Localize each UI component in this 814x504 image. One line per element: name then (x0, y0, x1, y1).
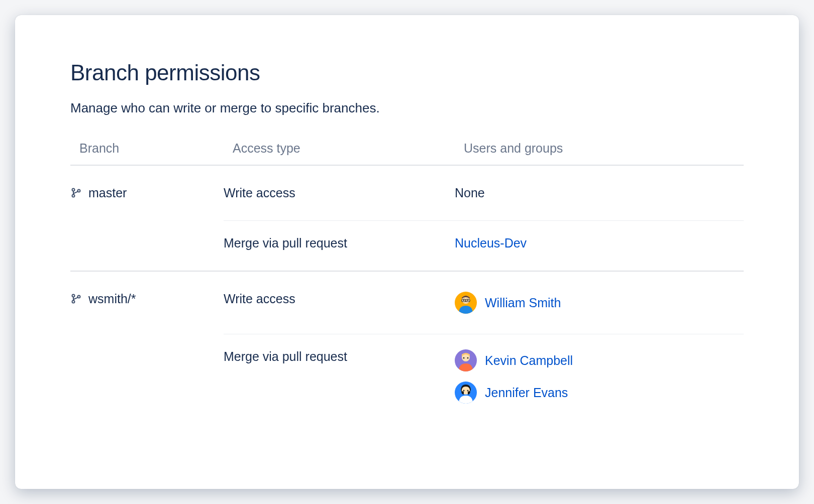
branch-row: master Write access None Merge via pull … (70, 166, 744, 272)
permissions-card: Branch permissions Manage who can write … (15, 15, 799, 489)
user-link[interactable]: Jennifer Evans (485, 386, 568, 400)
svg-point-8 (467, 300, 469, 301)
avatar-icon (455, 349, 477, 371)
svg-point-0 (72, 189, 75, 191)
user-entry: Jennifer Evans (455, 382, 744, 404)
branch-row: wsmith/* Write access (70, 272, 744, 424)
user-entry: Kevin Campbell (455, 349, 744, 371)
users-none: None (455, 186, 744, 200)
access-rows: Write access (224, 289, 744, 424)
access-type: Write access (224, 186, 455, 200)
branch-cell: master (70, 183, 224, 271)
branch-cell: wsmith/* (70, 289, 224, 424)
access-row: Merge via pull request Nucleus-Dev (224, 221, 744, 271)
svg-point-13 (467, 357, 469, 359)
user-link[interactable]: William Smith (485, 296, 561, 310)
svg-point-12 (463, 357, 465, 359)
page-title: Branch permissions (70, 60, 744, 85)
column-header-access-type: Access type (233, 141, 464, 156)
svg-point-15 (463, 390, 465, 392)
table-header: Branch Access type Users and groups (70, 141, 744, 166)
page-description: Manage who can write or merge to specifi… (70, 100, 744, 116)
branch-name: master (88, 186, 127, 200)
column-header-users-groups: Users and groups (464, 141, 744, 156)
user-link[interactable]: Kevin Campbell (485, 353, 573, 368)
avatar-icon (455, 382, 477, 404)
branch-icon (70, 293, 82, 307)
svg-point-4 (72, 301, 75, 303)
avatar-icon (455, 292, 477, 314)
users-cell: Nucleus-Dev (455, 236, 744, 250)
access-type: Merge via pull request (224, 349, 455, 404)
group-link[interactable]: Nucleus-Dev (455, 236, 744, 250)
column-header-branch: Branch (79, 141, 233, 156)
svg-point-3 (72, 295, 75, 297)
branch-name: wsmith/* (88, 292, 136, 306)
users-cell: Kevin Campbell (455, 349, 744, 404)
svg-point-1 (72, 195, 75, 197)
access-type: Write access (224, 292, 455, 314)
svg-point-7 (463, 300, 465, 301)
users-cell: None (455, 186, 744, 200)
users-cell: William Smith (455, 292, 744, 314)
user-entry: William Smith (455, 292, 744, 314)
access-row: Merge via pull request (224, 334, 744, 424)
branch-icon (70, 187, 82, 201)
access-row: Write access None (224, 183, 744, 221)
access-rows: Write access None Merge via pull request… (224, 183, 744, 271)
permissions-table: Branch Access type Users and groups mast… (70, 141, 744, 424)
access-type: Merge via pull request (224, 236, 455, 250)
svg-point-16 (467, 390, 469, 392)
access-row: Write access (224, 289, 744, 334)
